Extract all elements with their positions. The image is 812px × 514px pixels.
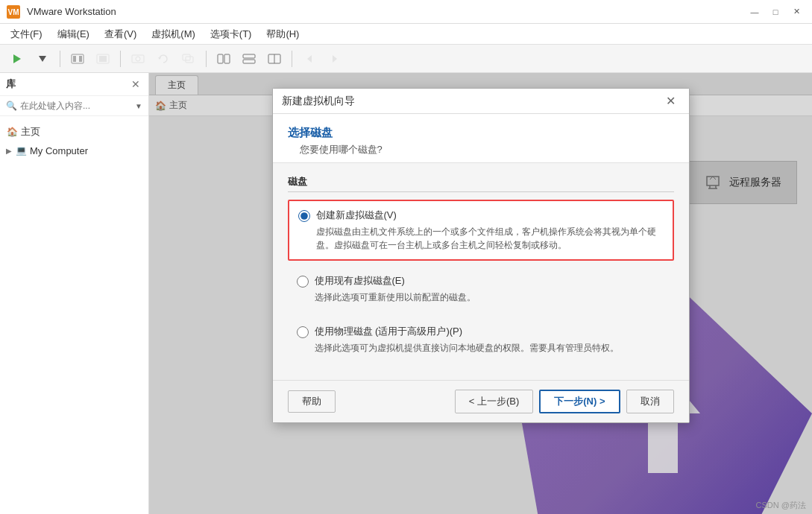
menu-tab[interactable]: 选项卡(T)	[203, 25, 259, 44]
menu-file[interactable]: 文件(F)	[3, 25, 50, 44]
sidebar-search-bar: 🔍 ▼	[0, 96, 148, 116]
svg-marker-2	[13, 54, 21, 63]
dialog-header-title: 选择磁盘	[288, 126, 674, 140]
dialog: 新建虚拟机向导 ✕ 选择磁盘 您要使用哪个磁盘? 磁盘 创建新虚拟磁盘(V)	[272, 88, 690, 423]
dialog-section-label: 磁盘	[288, 175, 674, 192]
svg-rect-16	[243, 54, 255, 58]
layout-btn-2[interactable]	[238, 48, 260, 69]
svg-marker-20	[307, 55, 312, 63]
menu-help[interactable]: 帮助(H)	[259, 25, 306, 44]
expand-icon: ▶	[6, 147, 12, 155]
cancel-button[interactable]: 取消	[626, 390, 674, 413]
search-input[interactable]	[20, 101, 132, 111]
menu-edit[interactable]: 编辑(E)	[50, 25, 97, 44]
window-controls: — □ ✕	[745, 4, 806, 20]
dialog-overlay: 新建虚拟机向导 ✕ 选择磁盘 您要使用哪个磁盘? 磁盘 创建新虚拟磁盘(V)	[149, 73, 812, 514]
option-create-new[interactable]: 创建新虚拟磁盘(V) 虚拟磁盘由主机文件系统上的一个或多个文件组成，客户机操作系…	[288, 200, 674, 261]
app-logo: VM	[6, 4, 21, 19]
play-button[interactable]	[6, 48, 28, 69]
dialog-footer: 帮助 < 上一步(B) 下一步(N) > 取消	[273, 380, 689, 422]
back-button[interactable]	[298, 48, 321, 69]
content-area: 主页 🏠 主页 远程服务器	[149, 73, 812, 514]
next-button[interactable]: 下一步(N) >	[539, 390, 620, 413]
layout-btn-3[interactable]	[263, 48, 286, 69]
maximize-button[interactable]: □	[766, 4, 785, 20]
svg-rect-13	[186, 57, 193, 63]
svg-text:VM: VM	[8, 8, 19, 16]
main-layout: 库 ✕ 🔍 ▼ 🏠 主页 ▶ 💻 My Computer 主页	[0, 73, 812, 514]
home-icon: 🏠	[6, 126, 18, 138]
svg-point-10	[136, 57, 140, 61]
toolbar-dropdown[interactable]	[31, 48, 54, 69]
app-title: VMware Workstation	[27, 6, 745, 17]
option-use-existing-label: 使用现有虚拟磁盘(E)	[315, 274, 476, 288]
svg-marker-11	[158, 57, 161, 60]
minimize-button[interactable]: —	[745, 4, 764, 20]
footer-left: 帮助	[288, 390, 336, 413]
back-button[interactable]: < 上一步(B)	[455, 390, 534, 413]
search-dropdown-icon[interactable]: ▼	[135, 102, 142, 110]
svg-rect-15	[224, 54, 230, 63]
stop-button[interactable]	[92, 48, 114, 69]
option-create-new-label: 创建新虚拟磁盘(V)	[316, 209, 664, 222]
toolbar-separator-1	[60, 51, 60, 67]
layout-btn-1[interactable]	[213, 48, 235, 69]
sidebar: 库 ✕ 🔍 ▼ 🏠 主页 ▶ 💻 My Computer	[0, 73, 149, 514]
menu-vm[interactable]: 虚拟机(M)	[144, 25, 203, 44]
svg-rect-8	[99, 56, 107, 62]
dialog-header-subtitle: 您要使用哪个磁盘?	[300, 143, 674, 156]
sidebar-home-label: 主页	[21, 125, 40, 139]
sidebar-nav: 🏠 主页 ▶ 💻 My Computer	[0, 116, 148, 165]
svg-rect-12	[183, 54, 190, 60]
footer-right: < 上一步(B) 下一步(N) > 取消	[455, 390, 674, 413]
option-create-new-labels: 创建新虚拟磁盘(V) 虚拟磁盘由主机文件系统上的一个或多个文件组成，客户机操作系…	[316, 209, 664, 252]
toolbar-separator-2	[120, 51, 121, 67]
svg-marker-21	[333, 55, 337, 63]
sidebar-close-button[interactable]: ✕	[129, 77, 142, 91]
option-create-new-desc: 虚拟磁盘由主机文件系统上的一个或多个文件组成，客户机操作系统会将其视为单个硬盘。…	[316, 225, 664, 252]
dialog-header: 选择磁盘 您要使用哪个磁盘?	[273, 114, 689, 163]
toolbar-separator-4	[292, 51, 292, 67]
option-use-physical[interactable]: 使用物理磁盘 (适用于高级用户)(P) 选择此选项可为虚拟机提供直接访问本地硬盘…	[288, 317, 674, 362]
svg-rect-14	[218, 54, 223, 63]
dialog-close-button[interactable]: ✕	[662, 92, 680, 110]
snapshot-manager-button[interactable]	[177, 48, 200, 69]
menu-view[interactable]: 查看(V)	[97, 25, 144, 44]
svg-marker-3	[39, 56, 46, 62]
option-use-existing-labels: 使用现有虚拟磁盘(E) 选择此选项可重新使用以前配置的磁盘。	[315, 274, 476, 304]
option-use-physical-labels: 使用物理磁盘 (适用于高级用户)(P) 选择此选项可为虚拟机提供直接访问本地硬盘…	[315, 325, 619, 355]
toolbar-separator-3	[206, 51, 207, 67]
close-button[interactable]: ✕	[787, 4, 806, 20]
sidebar-header: 库 ✕	[0, 73, 148, 96]
option-use-physical-label: 使用物理磁盘 (适用于高级用户)(P)	[315, 325, 619, 338]
menu-bar: 文件(F) 编辑(E) 查看(V) 虚拟机(M) 选项卡(T) 帮助(H)	[0, 24, 812, 45]
option-use-existing-desc: 选择此选项可重新使用以前配置的磁盘。	[315, 291, 476, 304]
sidebar-my-computer-label: My Computer	[30, 145, 88, 156]
svg-rect-6	[79, 56, 82, 62]
title-bar: VM VMware Workstation — □ ✕	[0, 0, 812, 24]
computer-icon: 💻	[15, 145, 27, 156]
svg-rect-17	[243, 60, 255, 63]
dialog-titlebar: 新建虚拟机向导 ✕	[273, 89, 689, 114]
forward-button[interactable]	[324, 48, 346, 69]
option-use-existing[interactable]: 使用现有虚拟磁盘(E) 选择此选项可重新使用以前配置的磁盘。	[288, 267, 674, 311]
sidebar-item-home[interactable]: 🏠 主页	[0, 122, 148, 142]
option-use-physical-desc: 选择此选项可为虚拟机提供直接访问本地硬盘的权限。需要具有管理员特权。	[315, 341, 619, 355]
sidebar-item-my-computer[interactable]: ▶ 💻 My Computer	[0, 142, 148, 159]
svg-rect-5	[73, 56, 76, 62]
snapshot-button[interactable]	[127, 48, 149, 69]
radio-create-new[interactable]	[298, 210, 310, 222]
radio-use-physical[interactable]	[297, 326, 309, 338]
radio-use-existing[interactable]	[297, 276, 309, 288]
dialog-title: 新建虚拟机向导	[282, 95, 662, 108]
toolbar	[0, 45, 812, 73]
sidebar-title: 库	[6, 77, 16, 91]
suspend-button[interactable]	[66, 48, 89, 69]
search-icon: 🔍	[6, 101, 17, 111]
revert-button[interactable]	[152, 48, 174, 69]
help-button[interactable]: 帮助	[288, 390, 336, 413]
dialog-body: 磁盘 创建新虚拟磁盘(V) 虚拟磁盘由主机文件系统上的一个或多个文件组成，客户机…	[273, 163, 689, 380]
